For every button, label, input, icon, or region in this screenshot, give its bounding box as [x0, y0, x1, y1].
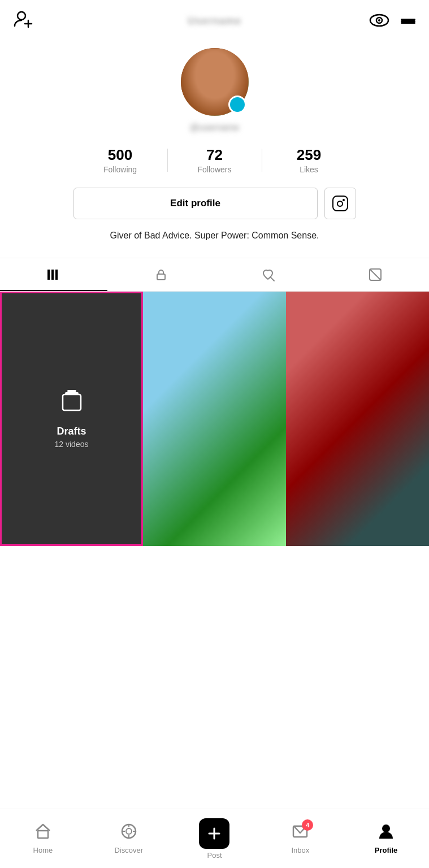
stat-followers[interactable]: 72 Followers — [168, 146, 262, 174]
svg-rect-14 — [65, 392, 79, 394]
eye-icon[interactable] — [369, 12, 389, 31]
post-label: Post — [207, 851, 222, 860]
svg-point-26 — [382, 824, 390, 832]
inbox-badge: 4 — [302, 819, 313, 831]
following-label: Following — [103, 165, 137, 174]
draft-card[interactable]: Drafts 12 videos — [0, 292, 143, 546]
edit-profile-button[interactable]: Edit profile — [73, 188, 318, 219]
svg-point-5 — [378, 19, 380, 21]
avatar — [181, 48, 249, 116]
profile-label: Profile — [375, 846, 397, 854]
svg-point-0 — [18, 12, 25, 20]
tab-videos[interactable] — [0, 258, 107, 291]
discover-icon — [120, 823, 137, 844]
video-thumb-2[interactable] — [286, 292, 429, 546]
svg-rect-15 — [67, 390, 76, 392]
svg-line-10 — [271, 277, 274, 281]
menu-icon[interactable] — [401, 19, 415, 24]
tab-private[interactable] — [107, 258, 215, 291]
svg-rect-6 — [47, 270, 50, 280]
nav-home[interactable]: Home — [0, 818, 86, 859]
reposts-tab-icon — [368, 267, 383, 282]
tab-liked[interactable] — [215, 258, 322, 291]
draft-title: Drafts — [57, 426, 86, 437]
post-button[interactable] — [199, 818, 229, 849]
likes-label: Likes — [300, 165, 318, 174]
home-icon — [34, 823, 51, 844]
nav-post[interactable]: Post — [172, 814, 258, 864]
svg-rect-9 — [157, 274, 165, 280]
nav-discover[interactable]: Discover — [86, 818, 172, 859]
bio-text: Giver of Bad Advice. Super Power: Common… — [110, 231, 319, 241]
videos-tab-icon — [46, 267, 61, 282]
profile-section: @username 500 Following 72 Followers 259… — [0, 42, 429, 258]
instagram-icon — [332, 196, 348, 211]
nav-profile[interactable]: Profile — [343, 818, 429, 859]
profile-username: @username — [190, 123, 239, 133]
avatar-badge — [228, 96, 246, 114]
private-tab-icon — [154, 267, 168, 282]
svg-rect-13 — [63, 394, 81, 410]
instagram-button[interactable] — [324, 188, 356, 219]
drafts-icon — [59, 389, 84, 419]
stat-following[interactable]: 500 Following — [73, 146, 167, 174]
action-row: Edit profile — [73, 188, 356, 219]
inbox-wrapper: 4 — [292, 823, 309, 844]
likes-count: 259 — [297, 146, 321, 164]
svg-line-12 — [370, 269, 381, 280]
video-thumb-1[interactable] — [143, 292, 286, 546]
nav-inbox[interactable]: 4 Inbox — [257, 818, 343, 859]
following-count: 500 — [108, 146, 132, 164]
profile-icon — [378, 823, 395, 844]
followers-label: Followers — [198, 165, 232, 174]
tab-reposts[interactable] — [322, 258, 429, 291]
username-title: Username — [188, 15, 241, 27]
header-right-icons — [369, 12, 415, 31]
liked-tab-icon — [261, 267, 275, 282]
svg-rect-16 — [38, 831, 48, 838]
video-grid: Drafts 12 videos — [0, 292, 429, 546]
discover-label: Discover — [114, 846, 143, 854]
top-bar: Username — [0, 0, 429, 42]
followers-count: 72 — [206, 146, 223, 164]
inbox-label: Inbox — [291, 846, 309, 854]
svg-rect-8 — [55, 270, 58, 280]
stats-row: 500 Following 72 Followers 259 Likes — [73, 146, 356, 174]
stat-likes[interactable]: 259 Likes — [262, 146, 356, 174]
svg-point-18 — [126, 828, 132, 834]
content-tabs — [0, 258, 429, 292]
svg-rect-7 — [51, 270, 54, 280]
draft-count: 12 videos — [55, 440, 89, 449]
home-label: Home — [33, 846, 53, 854]
add-user-icon[interactable] — [14, 9, 34, 33]
bottom-nav: Home Discover Post — [0, 809, 429, 868]
